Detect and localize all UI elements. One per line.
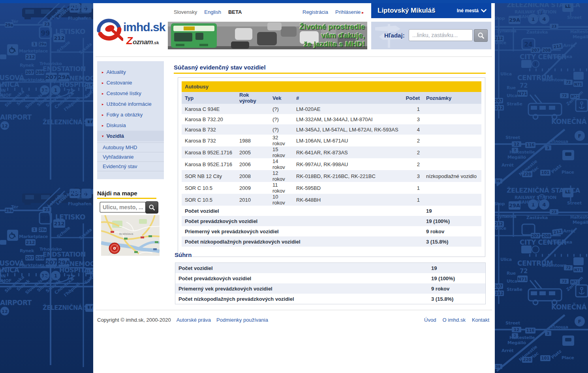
summary-row: Počet nízkopodlažných prevádzkových vozi… (175, 294, 485, 304)
lang-english-link[interactable]: English (204, 9, 221, 15)
vehicle-row: Karosa C 934E(?)LM-020AE1 (182, 104, 481, 114)
footer-link-o-imhd[interactable]: O imhd.sk (442, 317, 466, 323)
copyright-text: Copyright © imhd.sk, 2000-2020 (97, 317, 171, 323)
registration-link[interactable]: Registrácia (302, 9, 328, 15)
sidebar-item-cestovne-listky[interactable]: ▸Cestovné lístky (97, 88, 164, 99)
green-bus-icon (171, 23, 217, 48)
find-on-map-underline (97, 198, 156, 199)
sidebar-item-diskusia[interactable]: ▸Diskusia (97, 120, 164, 131)
col-header-plates: # (293, 92, 402, 104)
sidebar-subitem-vyhladavanie[interactable]: Vyhľadávanie (97, 152, 164, 161)
summary-label: Počet nízkopodlažných prevádzkových vozi… (175, 294, 428, 304)
cell-plates: RK-997AU, RK-998AU (293, 158, 402, 170)
sidebar-item-uzitocne-informacie[interactable]: ▸Užitočné informácie (97, 99, 164, 109)
imhd-logo-icon[interactable] (95, 15, 123, 41)
cell-pocet: 2 (402, 158, 423, 170)
cell-plates: RK-018BD, RK-216BC, RK-221BC (293, 170, 402, 182)
vehicle-row: SOR C 10.5200911 rokovRK-595BD1 (182, 182, 481, 194)
footer-link-autorske-prava[interactable]: Autorské práva (177, 317, 211, 323)
sidebar-subitem-autobusy-mhd[interactable]: Autobusy MHD (97, 142, 164, 152)
cell-pocet: 4 (402, 124, 423, 135)
cell-pocet: 3 (402, 170, 423, 182)
footer-link-kontakt[interactable]: Kontakt (472, 317, 489, 323)
sidebar-item-cestovanie[interactable]: ▸Cestovanie (97, 77, 164, 88)
cell-plates: RK-641AR, RK-873AS (293, 146, 402, 158)
bullet-arrow-icon: ▸ (102, 124, 104, 127)
cell-vek: 11 rokov (269, 182, 293, 194)
stat-row: Počet vozidiel19 (182, 206, 481, 216)
stat-label: Počet prevádzkových vozidiel (182, 216, 423, 226)
col-header-vek: Vek (269, 92, 293, 104)
cell-poznamky (423, 135, 481, 146)
sidebar-subitem-evidencny-stav[interactable]: Evidenčný stav (97, 161, 164, 171)
lang-slovensky: Slovensky (174, 9, 197, 15)
col-header-poznamky: Poznámky (423, 92, 481, 104)
footer-link-uvod[interactable]: Úvod (424, 317, 436, 323)
bullet-arrow-icon: ▸ (102, 81, 104, 85)
cell-plates: RK-648BH (293, 194, 402, 206)
sidebar-item-fotky[interactable]: ▸Fotky a obrázky (97, 109, 164, 120)
map-search-button[interactable] (145, 201, 158, 214)
search-input[interactable] (409, 29, 473, 41)
cell-poznamky (423, 114, 481, 124)
cell-vek: (?) (269, 104, 293, 114)
summary-value: 9 rokov (428, 283, 485, 294)
top-blue-strip (0, 0, 588, 3)
cell-typ: Karosa C 934E (182, 104, 236, 114)
search-button[interactable] (474, 29, 488, 42)
vehicle-row: Karosa B 732198832 rokovLM-106AN, LM-671… (182, 135, 481, 146)
vehicle-row: Karosa B 952E.1716200515 rokovRK-641AR, … (182, 146, 481, 158)
cell-rok-vyroby: 2010 (236, 194, 269, 206)
find-on-map-heading: Nájdi na mape (97, 190, 137, 197)
bullet-arrow-icon: ▸ (102, 102, 104, 106)
city-selector[interactable]: Liptovský Mikuláš Iné mestá (371, 3, 491, 18)
vehicle-row: SOR NB 12 City200812 rokovRK-018BD, RK-2… (182, 170, 481, 182)
cell-typ: Karosa B 732.20 (182, 114, 236, 124)
cell-vek: (?) (269, 124, 293, 135)
summary-label: Počet prevádzkových vozidiel (175, 273, 428, 283)
zoznam-logo[interactable]: Zoznam.sk (126, 35, 159, 47)
cell-rok-vyroby: 2008 (236, 170, 269, 182)
map-thumbnail[interactable]: Bratislava (101, 215, 160, 256)
stat-value: 3 (15.8%) (423, 236, 481, 247)
cell-plates: LM-332AM, LM-344AJ, LM-870AI (293, 114, 402, 124)
stat-row: Priemerný vek prevádzkových vozidiel9 ro… (182, 226, 481, 236)
footer-divider (96, 310, 492, 310)
summary-row: Priemerný vek prevádzkových vozidiel9 ro… (175, 283, 485, 294)
footer-link-podmienky[interactable]: Podmienky používania (216, 317, 268, 323)
current-city: Liptovský Mikuláš (378, 7, 457, 15)
cell-vek: 14 rokov (269, 158, 293, 170)
cell-rok-vyroby: 2009 (236, 182, 269, 194)
col-header-pocet: Počet (402, 92, 423, 104)
summary-row: Počet vozidiel19 (175, 263, 485, 273)
summary-label: Počet vozidiel (175, 263, 428, 273)
table-caption: Autobusy (182, 81, 481, 92)
submenu-end-divider (97, 171, 164, 174)
cell-typ: SOR NB 12 City (182, 170, 236, 182)
cell-poznamky (423, 158, 481, 170)
ad-banner[interactable]: Životné prostredie vám ďakuje, že jazdít… (168, 22, 367, 49)
suhrn-title: Súhrn (175, 251, 192, 258)
bullet-arrow-down-icon: ▾ (102, 134, 104, 138)
sidebar-item-aktuality[interactable]: ▸Aktuality (97, 67, 164, 77)
cell-typ: Karosa B 952E.1716 (182, 158, 236, 170)
site-logo-text[interactable]: imhd.sk (123, 21, 165, 34)
sidebar-item-vozidla[interactable]: ▾Vozidlá (97, 131, 164, 141)
cell-plates: LM-345AJ, LM-547AL, LM-672AI, RK-593AS (293, 124, 402, 135)
stat-label: Priemerný vek prevádzkových vozidiel (182, 226, 423, 236)
cell-rok-vyroby (236, 104, 269, 114)
summary-value: 19 (100%) (428, 273, 485, 283)
bullet-arrow-icon: ▸ (102, 70, 104, 74)
summary-value: 3 (15.8%) (428, 294, 485, 304)
summary-value: 19 (428, 263, 485, 273)
title-underline (174, 73, 486, 74)
map-city-label: Bratislava (119, 232, 133, 236)
cell-poznamky (423, 104, 481, 114)
login-link[interactable]: Prihlásenie (335, 9, 361, 15)
suhrn-table: Počet vozidiel19Počet prevádzkových vozi… (175, 263, 485, 304)
map-search-input[interactable] (100, 202, 146, 213)
other-cities-label[interactable]: Iné mestá (457, 8, 479, 13)
cell-poznamky (423, 194, 481, 206)
col-header-typ: Typ (182, 92, 236, 104)
banner-slogan: Životné prostredie vám ďakuje, že jazdít… (299, 22, 365, 49)
